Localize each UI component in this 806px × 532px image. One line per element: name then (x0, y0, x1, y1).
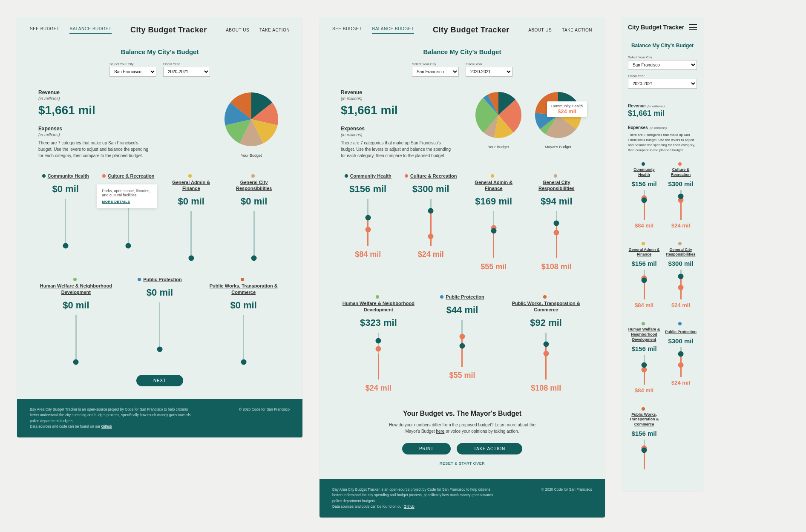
hamburger-icon[interactable] (689, 24, 697, 30)
slider-handle-mayor[interactable] (365, 227, 371, 232)
category-name[interactable]: Community Health (350, 173, 391, 179)
year-select[interactable]: 2020-2021 (628, 79, 697, 89)
slider-handle-mayor[interactable] (678, 362, 684, 368)
category-slider[interactable] (243, 315, 244, 362)
category-color-dot (543, 295, 547, 299)
category-slider[interactable] (545, 333, 547, 380)
slider-handle[interactable] (157, 347, 162, 352)
category-name[interactable]: General Admin & Finance (466, 179, 521, 192)
category-name[interactable]: General Admin & Finance (628, 247, 660, 257)
tooltip-text: Parks, open space, libraries, and cultur… (102, 189, 152, 197)
slider-handle[interactable] (241, 359, 246, 365)
footer-github-link[interactable]: Github (101, 424, 112, 428)
slider-handle-your[interactable] (642, 447, 647, 453)
slider-handle-your[interactable] (428, 208, 434, 213)
category-slider[interactable] (75, 315, 77, 362)
category-slider[interactable] (493, 211, 494, 258)
category-item: Public Protection$0 mil (122, 275, 198, 362)
category-name[interactable]: Public Protection (665, 330, 697, 335)
category-name[interactable]: General City Responsibilities (227, 179, 282, 192)
category-slider[interactable] (378, 333, 379, 380)
category-slider[interactable] (680, 347, 682, 377)
category-name[interactable]: Public Protection (143, 276, 181, 282)
revenue-label: Revenue (628, 104, 646, 108)
slider-handle-mayor[interactable] (376, 346, 381, 352)
footer-text-2: Data sources and code can be found on ou… (332, 504, 404, 509)
category-slider[interactable] (644, 355, 645, 385)
slider-handle-your[interactable] (543, 342, 549, 347)
nav-balance-budget[interactable]: BALANCE BUDGET (69, 26, 111, 34)
slider-handle[interactable] (63, 243, 68, 249)
print-button[interactable]: PRINT (402, 443, 451, 454)
nav-take-action[interactable]: TAKE ACTION (562, 28, 592, 32)
category-name[interactable]: General City Responsibilities (665, 247, 697, 257)
next-button[interactable]: NEXT (136, 375, 183, 386)
category-name[interactable]: Human Welfare & Neighborhood Development (628, 327, 660, 342)
slider-handle-your[interactable] (642, 362, 647, 368)
year-select[interactable]: 2020-2021 (466, 67, 512, 77)
category-slider[interactable] (253, 211, 255, 258)
category-name[interactable]: Culture & Recreation (665, 167, 697, 177)
take-action-button[interactable]: TAKE ACTION (457, 443, 522, 454)
compare-here-link[interactable]: here (436, 429, 444, 434)
category-slider[interactable] (644, 270, 645, 299)
slider-handle-your[interactable] (642, 277, 647, 283)
category-slider[interactable] (644, 440, 645, 469)
category-slider[interactable] (190, 211, 192, 258)
slider-handle-your[interactable] (678, 273, 684, 279)
slider-handle-your[interactable] (365, 215, 371, 221)
slider-handle[interactable] (251, 256, 257, 261)
slider-handle-mayor[interactable] (459, 334, 465, 339)
slider-handle-your[interactable] (554, 220, 559, 226)
category-slider[interactable] (680, 190, 682, 220)
slider-handle-mayor[interactable] (428, 234, 434, 239)
category-name[interactable]: General City Responsibilities (530, 179, 584, 192)
city-select[interactable]: San Francisco (109, 67, 156, 77)
slider-handle-your[interactable] (491, 228, 496, 234)
reset-link[interactable]: RESET & START OVER (440, 461, 485, 466)
tooltip-more-link[interactable]: MORE DETAILS (102, 200, 152, 204)
slider-handle-mayor[interactable] (554, 230, 559, 235)
category-name[interactable]: Community Health (48, 173, 89, 179)
nav-balance-budget[interactable]: BALANCE BUDGET (372, 26, 414, 34)
year-select[interactable]: 2020-2021 (163, 67, 210, 77)
category-name[interactable]: Public Protection (446, 294, 484, 300)
slider-handle-your[interactable] (678, 351, 684, 357)
category-item: Human Welfare & Neighborhood Development… (628, 319, 660, 396)
category-name[interactable]: Public Works, Transporation & Commerce (508, 300, 584, 313)
category-slider[interactable] (159, 302, 160, 349)
category-slider[interactable] (367, 199, 368, 246)
nav-about-us[interactable]: ABOUT US (528, 28, 552, 32)
category-slider[interactable] (644, 190, 645, 220)
category-name[interactable]: Culture & Recreation (410, 173, 457, 179)
slider-handle[interactable] (73, 359, 79, 365)
category-name[interactable]: Culture & Recreation (108, 173, 154, 179)
slider-handle-your[interactable] (376, 338, 381, 344)
slider-handle-your[interactable] (459, 343, 465, 348)
category-slider[interactable] (680, 270, 682, 299)
slider-handle-your[interactable] (678, 194, 684, 199)
city-select[interactable]: San Francisco (628, 60, 697, 70)
slider-handle-mayor[interactable] (678, 285, 684, 290)
city-select[interactable]: San Francisco (412, 67, 459, 77)
category-slider[interactable] (556, 211, 557, 258)
slider-handle[interactable] (188, 256, 194, 261)
nav-see-budget[interactable]: SEE BUDGET (332, 26, 362, 34)
nav-see-budget[interactable]: SEE BUDGET (30, 26, 59, 34)
category-name[interactable]: Community Health (628, 167, 660, 177)
footer-github-link[interactable]: Github (404, 504, 415, 509)
category-slider[interactable] (65, 199, 66, 246)
category-name[interactable]: General Admin & Finance (164, 179, 219, 192)
slider-handle[interactable] (126, 243, 131, 249)
category-name[interactable]: Public Works, Transporation & Commerce (206, 283, 281, 295)
nav-about-us[interactable]: ABOUT US (226, 28, 249, 32)
category-slider[interactable] (430, 199, 432, 246)
slider-handle-your[interactable] (642, 198, 647, 203)
expenses-unit: (in millions) (38, 132, 209, 137)
category-name[interactable]: Human Welfare & Neighborhood Development (341, 300, 416, 313)
slider-handle-mayor[interactable] (543, 351, 549, 357)
category-name[interactable]: Human Welfare & Neighborhood Development (38, 283, 114, 295)
nav-take-action[interactable]: TAKE ACTION (259, 28, 290, 32)
category-name[interactable]: Public Works, Transporation & Commerce (628, 412, 660, 427)
category-slider[interactable] (461, 320, 463, 367)
